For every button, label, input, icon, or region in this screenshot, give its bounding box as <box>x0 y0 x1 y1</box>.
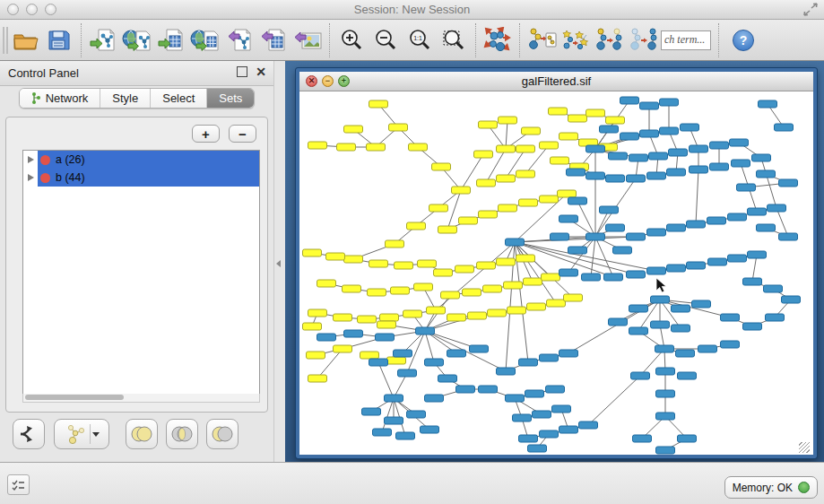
graph-node[interactable] <box>678 372 697 379</box>
export-image-button[interactable] <box>291 23 325 57</box>
import-table-url-button[interactable] <box>188 23 222 57</box>
graph-node[interactable] <box>358 316 377 323</box>
graph-node[interactable] <box>334 314 352 321</box>
graph-node[interactable] <box>395 262 413 269</box>
task-history-button[interactable] <box>7 474 30 495</box>
union-sets-button[interactable] <box>126 419 158 449</box>
graph-node[interactable] <box>568 197 587 204</box>
graph-node[interactable] <box>362 408 381 415</box>
graph-node[interactable] <box>743 278 762 285</box>
graph-node[interactable] <box>606 224 625 231</box>
graph-node[interactable] <box>759 100 777 108</box>
graph-node[interactable] <box>669 149 688 156</box>
graph-node[interactable] <box>667 265 686 272</box>
graph-node[interactable] <box>506 239 525 246</box>
graph-node[interactable] <box>647 267 666 274</box>
graph-node[interactable] <box>459 217 478 224</box>
collapse-panel-icon[interactable] <box>276 260 281 267</box>
graph-node[interactable] <box>516 255 535 262</box>
graph-node[interactable] <box>743 323 762 330</box>
graph-node[interactable] <box>551 157 569 164</box>
graph-node[interactable] <box>344 256 363 263</box>
graph-node[interactable] <box>373 429 392 436</box>
graph-node[interactable] <box>604 274 623 281</box>
graph-node[interactable] <box>613 247 632 254</box>
graph-node[interactable] <box>343 285 361 292</box>
graph-node[interactable] <box>468 312 487 319</box>
open-file-button[interactable] <box>8 23 42 57</box>
graph-node[interactable] <box>579 421 598 429</box>
graph-node[interactable] <box>567 169 585 176</box>
graph-node[interactable] <box>629 305 648 312</box>
import-network-url-button[interactable] <box>120 23 154 57</box>
graph-node[interactable] <box>660 127 679 135</box>
graph-node[interactable] <box>757 170 776 178</box>
graph-node[interactable] <box>651 321 670 328</box>
graph-node[interactable] <box>438 375 457 382</box>
graph-node[interactable] <box>640 130 659 137</box>
graph-node[interactable] <box>317 334 336 341</box>
memory-status-button[interactable]: Memory: OK <box>724 476 818 499</box>
frame-maximize-button[interactable]: + <box>338 75 350 87</box>
graph-node[interactable] <box>344 330 363 337</box>
graph-node[interactable] <box>600 206 619 213</box>
graph-node[interactable] <box>564 294 583 301</box>
graph-node[interactable] <box>782 296 801 303</box>
minimize-window-button[interactable] <box>26 4 38 15</box>
graph-node[interactable] <box>752 154 771 161</box>
graph-node[interactable] <box>474 151 493 158</box>
new-network-selected-nodes-selected-edges-button[interactable] <box>627 23 661 57</box>
graph-node[interactable] <box>640 102 659 109</box>
graph-node[interactable] <box>692 300 711 308</box>
graph-node[interactable] <box>516 170 535 178</box>
graph-node[interactable] <box>690 166 708 173</box>
set-row-a[interactable]: a (26) <box>23 151 259 169</box>
graph-node[interactable] <box>326 253 345 260</box>
graph-node[interactable] <box>425 359 444 366</box>
new-network-from-selection-button[interactable] <box>525 23 559 57</box>
graph-node[interactable] <box>660 99 679 106</box>
resize-grip[interactable] <box>799 442 810 453</box>
graph-node[interactable] <box>377 321 396 328</box>
graph-node[interactable] <box>447 350 466 357</box>
zoom-in-button[interactable] <box>334 23 369 57</box>
graph-node[interactable] <box>425 395 444 402</box>
graph-node[interactable] <box>429 204 448 212</box>
graph-node[interactable] <box>337 143 356 151</box>
graph-node[interactable] <box>586 233 605 240</box>
horizontal-scrollbar[interactable] <box>22 394 260 403</box>
graph-node[interactable] <box>447 314 466 321</box>
graph-node[interactable] <box>497 145 516 152</box>
apply-layout-button[interactable] <box>481 23 515 57</box>
graph-node[interactable] <box>730 139 749 146</box>
graph-node[interactable] <box>672 325 690 332</box>
graph-node[interactable] <box>647 229 666 236</box>
graph-node[interactable] <box>519 435 538 442</box>
graph-node[interactable] <box>728 213 747 221</box>
graph-node[interactable] <box>710 142 729 149</box>
fullscreen-icon[interactable] <box>802 3 819 17</box>
graph-node[interactable] <box>398 369 417 377</box>
frame-close-button[interactable]: ✕ <box>306 75 317 87</box>
graph-node[interactable] <box>308 375 327 382</box>
graph-node[interactable] <box>317 280 336 287</box>
graph-node[interactable] <box>768 204 786 212</box>
graph-node[interactable] <box>672 305 690 312</box>
graph-node[interactable] <box>748 208 767 215</box>
graph-node[interactable] <box>656 413 675 420</box>
graph-node[interactable] <box>542 274 560 281</box>
graph-node[interactable] <box>540 142 559 149</box>
graph-node[interactable] <box>559 426 578 433</box>
graph-node[interactable] <box>721 341 740 348</box>
graph-node[interactable] <box>690 145 708 152</box>
graph-node[interactable] <box>708 258 727 265</box>
intersect-sets-button[interactable] <box>166 419 198 449</box>
graph-node[interactable] <box>710 163 729 170</box>
graph-node[interactable] <box>656 447 675 454</box>
graph-node[interactable] <box>633 435 652 442</box>
graph-node[interactable] <box>687 262 706 269</box>
graph-node[interactable] <box>522 127 541 135</box>
graph-node[interactable] <box>732 160 750 167</box>
close-panel-button[interactable]: ✕ <box>256 66 266 77</box>
graph-node[interactable] <box>540 196 559 203</box>
